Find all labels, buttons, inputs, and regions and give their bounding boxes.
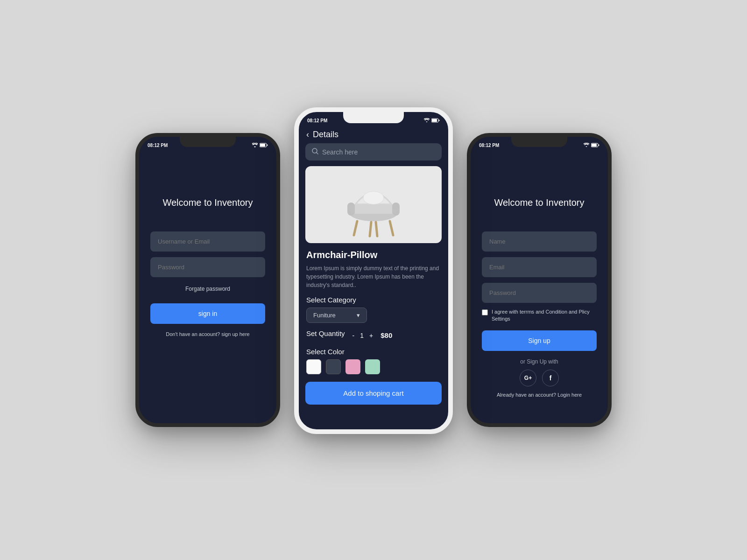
add-to-cart-button[interactable]: Add to shoping cart (305, 382, 442, 405)
or-text: or Sign Up with (520, 358, 558, 365)
color-swatches (306, 359, 441, 374)
wifi-icon-center (424, 118, 430, 123)
sign-in-button[interactable]: sign in (150, 303, 265, 324)
vol-up-right (469, 204, 471, 225)
quantity-plus[interactable]: + (369, 332, 373, 339)
svg-line-16 (390, 221, 393, 235)
notch-right (511, 137, 567, 147)
quantity-row: Set Quantity - 1 + $80 (306, 329, 441, 341)
vol-down-left (137, 230, 139, 251)
email-input[interactable] (482, 257, 597, 277)
svg-rect-2 (267, 145, 268, 146)
product-price: $80 (381, 331, 392, 339)
status-time-right: 08:12 PM (479, 143, 499, 148)
back-button[interactable]: ‹ (306, 130, 309, 140)
notch-center (343, 112, 404, 123)
status-time-center: 08:12 PM (307, 118, 327, 123)
svg-rect-1 (260, 144, 265, 147)
vol-up-center (297, 180, 299, 201)
svg-rect-18 (592, 144, 597, 147)
category-dropdown[interactable]: Funiture ▾ (306, 308, 367, 323)
color-swatch-white[interactable] (306, 359, 321, 374)
product-description: Lorem Ipsum is simply dummy text of the … (306, 264, 441, 289)
color-swatch-pink[interactable] (345, 359, 360, 374)
product-name: Armchair-Pillow (306, 250, 441, 260)
svg-rect-11 (392, 203, 400, 216)
chevron-down-icon: ▾ (357, 312, 360, 319)
vol-down-center (297, 205, 299, 226)
product-info: Armchair-Pillow Lorem Ipsum is simply du… (299, 250, 448, 374)
product-image (305, 166, 442, 243)
battery-icon-left (260, 143, 268, 147)
social-icons-row: G+ f (520, 370, 559, 386)
signup-screen: Welcome to Inventory I agree with terrms… (471, 151, 608, 423)
forgot-password-link[interactable]: Forgate password (185, 286, 230, 292)
status-icons-left (252, 143, 268, 147)
details-screen: ‹ Details Search here (299, 126, 448, 429)
wifi-icon-right (584, 143, 589, 147)
status-icons-right (584, 143, 599, 147)
power-button-center (448, 168, 450, 191)
svg-rect-4 (432, 119, 437, 122)
signup-link[interactable]: Don't have an acoount? sign up here (166, 331, 249, 337)
quantity-minus[interactable]: - (352, 332, 355, 339)
phone-details: 08:12 PM ‹ Details (294, 107, 453, 434)
login-screen: Welcome to Inventory Forgate password si… (139, 151, 276, 423)
terms-row: I agree with terrms and Condition and Pl… (482, 308, 597, 323)
phone-login: 08:12 PM Welcome to Inventory Forgate pa… (135, 133, 280, 427)
svg-line-7 (317, 153, 318, 154)
login-title: Welcome to Inventory (162, 197, 253, 208)
vol-down-right (469, 230, 471, 251)
phone-signup: 08:12 PM Welcome to Inventory I agree wi… (467, 133, 612, 427)
quantity-label: Set Quantity (306, 329, 345, 337)
svg-line-14 (370, 222, 371, 236)
wifi-icon-left (252, 143, 258, 147)
sign-up-button[interactable]: Sign up (482, 330, 597, 351)
svg-line-15 (376, 222, 377, 236)
nav-bar: ‹ Details (299, 126, 448, 143)
password-input[interactable] (150, 257, 265, 277)
search-bar[interactable]: Search here (305, 143, 442, 161)
search-svg (312, 148, 318, 154)
phones-container: 08:12 PM Welcome to Inventory Forgate pa… (135, 126, 612, 434)
signup-password-input[interactable] (482, 283, 597, 303)
notch-left (180, 137, 236, 147)
login-link[interactable]: Already have an account? Login here (497, 392, 582, 398)
silent-button-right (469, 183, 471, 197)
category-value: Funiture (313, 312, 336, 319)
svg-point-12 (363, 191, 384, 204)
chair-illustration (341, 171, 406, 238)
color-label: Select Color (306, 348, 441, 356)
name-input[interactable] (482, 231, 597, 252)
vol-up-left (137, 204, 139, 225)
color-swatch-dark[interactable] (326, 359, 341, 374)
color-swatch-mint[interactable] (365, 359, 380, 374)
google-icon: G+ (524, 375, 532, 381)
search-placeholder: Search here (322, 148, 358, 156)
username-input[interactable] (150, 231, 265, 252)
terms-label: I agree with terrms and Condition and Pl… (492, 308, 597, 323)
quantity-controls: - 1 + (352, 332, 374, 339)
silent-button-left (137, 183, 139, 197)
category-label: Select Category (306, 296, 441, 304)
facebook-icon: f (550, 374, 552, 382)
svg-rect-10 (347, 203, 355, 216)
signup-title: Welcome to Inventory (494, 197, 584, 208)
status-icons-center (424, 118, 440, 123)
svg-rect-19 (599, 145, 599, 146)
nav-title: Details (313, 130, 338, 140)
google-button[interactable]: G+ (520, 370, 536, 386)
svg-rect-9 (350, 204, 397, 214)
battery-icon-right (591, 143, 599, 147)
svg-line-13 (354, 221, 357, 235)
facebook-button[interactable]: f (542, 370, 559, 386)
power-button-right (608, 193, 610, 216)
terms-checkbox[interactable] (482, 309, 488, 315)
battery-icon-center (431, 118, 440, 123)
silent-button-center (297, 159, 299, 173)
svg-rect-5 (439, 120, 440, 121)
search-icon (312, 148, 318, 156)
status-time-left: 08:12 PM (148, 143, 168, 148)
power-button-left (276, 193, 278, 216)
quantity-value: 1 (360, 332, 364, 339)
